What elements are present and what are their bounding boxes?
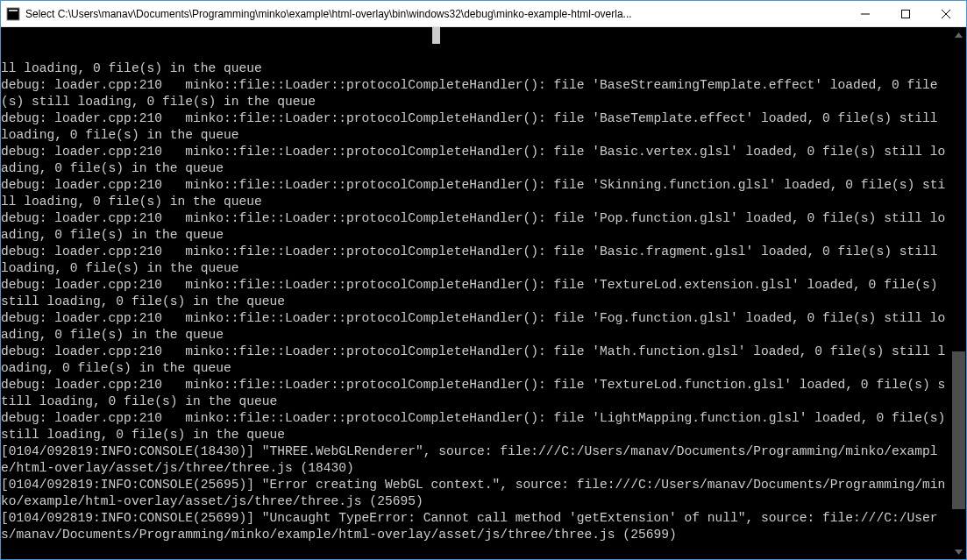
svg-rect-2 bbox=[902, 10, 910, 18]
app-icon bbox=[6, 7, 20, 21]
maximize-button[interactable] bbox=[885, 1, 926, 26]
console-text: ll loading, 0 file(s) in the queue debug… bbox=[1, 60, 951, 543]
scroll-thumb[interactable] bbox=[952, 351, 965, 509]
window-title: Select C:\Users\manav\Documents\Programm… bbox=[25, 8, 845, 20]
scroll-down-button[interactable] bbox=[951, 544, 966, 559]
close-button[interactable] bbox=[926, 1, 966, 26]
scroll-up-button[interactable] bbox=[951, 27, 966, 42]
console-area: ll loading, 0 file(s) in the queue debug… bbox=[1, 27, 966, 559]
text-cursor bbox=[432, 27, 440, 44]
window-titlebar[interactable]: Select C:\Users\manav\Documents\Programm… bbox=[1, 1, 966, 27]
vertical-scrollbar[interactable] bbox=[951, 27, 966, 559]
svg-rect-1 bbox=[9, 10, 18, 11]
minimize-button[interactable] bbox=[845, 1, 885, 26]
window-controls bbox=[845, 1, 966, 26]
console-output[interactable]: ll loading, 0 file(s) in the queue debug… bbox=[1, 27, 951, 559]
